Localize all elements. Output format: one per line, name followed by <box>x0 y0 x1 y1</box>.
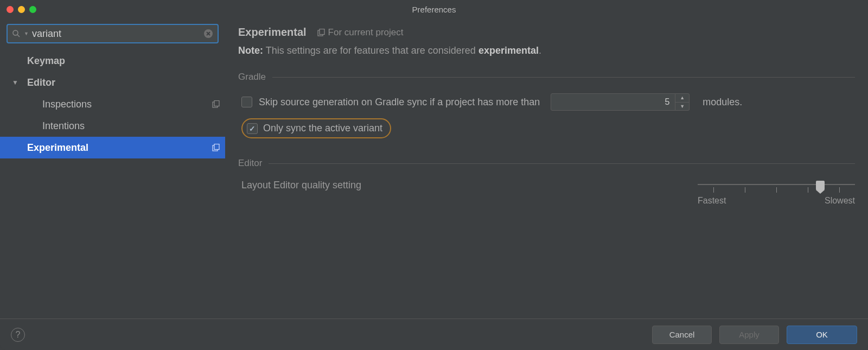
gradle-section: Gradle Skip source generation on Gradle … <box>238 72 855 146</box>
page-header: Experimental For current project <box>238 18 855 44</box>
section-title-gradle: Gradle <box>238 72 266 82</box>
copy-icon <box>212 144 220 151</box>
body: ▼ Keymap▼EditorInspectionsIntentionsExpe… <box>0 18 868 319</box>
sidebar-item-label: Keymap <box>27 55 65 67</box>
window-title: Preferences <box>7 5 861 14</box>
spinner-up-icon[interactable]: ▲ <box>675 94 689 103</box>
window-controls <box>7 6 36 13</box>
apply-button[interactable]: Apply <box>719 326 779 344</box>
layout-quality-slider[interactable]: Fastest Slowest <box>698 180 855 207</box>
page-title: Experimental <box>238 26 307 39</box>
preferences-window: Preferences ▼ Keymap▼EditorInspectionsIn… <box>0 0 868 350</box>
divider <box>269 163 855 164</box>
sidebar-item-intentions[interactable]: Intentions <box>0 115 225 137</box>
layout-quality-row: Layout Editor quality setting Fastest Sl… <box>238 180 855 207</box>
note-prefix: Note: <box>238 45 263 56</box>
svg-point-0 <box>13 30 18 35</box>
sidebar: ▼ Keymap▼EditorInspectionsIntentionsExpe… <box>0 18 225 319</box>
ok-button[interactable]: OK <box>787 326 857 344</box>
skip-source-label: Skip source generation on Gradle sync if… <box>259 97 540 108</box>
titlebar: Preferences <box>0 0 868 18</box>
scope-label: For current project <box>328 27 404 38</box>
chevron-down-icon[interactable]: ▼ <box>12 79 18 86</box>
help-button[interactable]: ? <box>11 328 25 342</box>
note-bold: experimental <box>478 45 539 56</box>
only-sync-label: Only sync the active variant <box>263 123 382 134</box>
slider-track <box>698 184 855 185</box>
settings-tree: Keymap▼EditorInspectionsIntentionsExperi… <box>0 48 225 319</box>
search-dropdown-icon[interactable]: ▼ <box>24 31 29 36</box>
section-title-editor: Editor <box>238 158 262 169</box>
layout-quality-label: Layout Editor quality setting <box>241 180 361 191</box>
sidebar-item-inspections[interactable]: Inspections <box>0 93 225 115</box>
sidebar-item-experimental[interactable]: Experimental <box>0 137 225 158</box>
svg-line-1 <box>17 35 20 37</box>
search-highlight: Only sync the active variant <box>241 118 391 138</box>
search-input[interactable] <box>32 28 203 40</box>
svg-rect-4 <box>214 101 219 106</box>
zoom-button[interactable] <box>29 6 36 13</box>
module-count-spinner[interactable]: ▲ ▼ <box>551 93 690 111</box>
slider-max-label: Slowest <box>825 196 855 206</box>
svg-rect-6 <box>214 144 219 150</box>
clear-search-icon[interactable] <box>203 29 213 39</box>
note-suffix: . <box>539 45 541 56</box>
sidebar-item-label: Inspections <box>42 99 92 110</box>
sidebar-item-editor[interactable]: ▼Editor <box>0 72 225 93</box>
search-icon <box>12 29 21 38</box>
sidebar-item-label: Editor <box>27 77 55 88</box>
minimize-button[interactable] <box>18 6 25 13</box>
skip-source-row: Skip source generation on Gradle sync if… <box>238 93 855 111</box>
search-field[interactable]: ▼ <box>7 24 219 43</box>
note-text: Note: This settings are for features tha… <box>238 45 855 56</box>
footer: ? Cancel Apply OK <box>0 319 868 350</box>
scope-indicator: For current project <box>317 27 404 38</box>
svg-rect-8 <box>320 29 324 34</box>
divider <box>272 77 855 78</box>
skip-source-checkbox[interactable] <box>241 97 252 107</box>
sidebar-item-label: Experimental <box>27 142 88 154</box>
only-sync-row: Only sync the active variant <box>238 118 855 138</box>
editor-section: Editor Layout Editor quality setting Fas… <box>238 158 855 207</box>
slider-min-label: Fastest <box>698 196 726 206</box>
spinner-down-icon[interactable]: ▼ <box>675 103 689 111</box>
cancel-button[interactable]: Cancel <box>652 326 712 344</box>
note-body: This settings are for features that are … <box>263 45 478 56</box>
module-count-input[interactable] <box>551 93 675 111</box>
only-sync-checkbox[interactable] <box>247 123 258 134</box>
modules-suffix: modules. <box>703 97 742 108</box>
copy-icon <box>212 100 220 108</box>
copy-icon <box>317 29 325 36</box>
sidebar-item-keymap[interactable]: Keymap <box>0 50 225 72</box>
slider-thumb[interactable] <box>816 181 825 190</box>
close-button[interactable] <box>7 6 14 13</box>
content-pane: Experimental For current project Note: T… <box>225 18 868 319</box>
sidebar-item-label: Intentions <box>42 120 85 132</box>
